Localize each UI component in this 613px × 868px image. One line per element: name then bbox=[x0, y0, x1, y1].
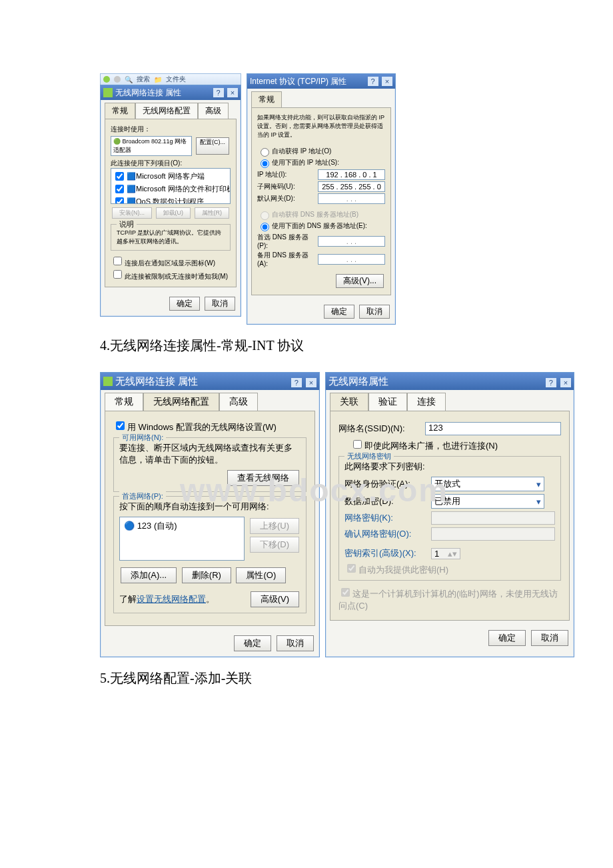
chevron-down-icon: ▾ bbox=[536, 479, 541, 489]
dns1-label: 首选 DNS 服务器(P): bbox=[257, 233, 318, 249]
subnet-mask-label: 子网掩码(U): bbox=[257, 182, 318, 191]
available-networks-title: 可用网络(N): bbox=[119, 433, 166, 443]
ip-address-label: IP 地址(I): bbox=[257, 170, 318, 179]
preferred-item: 123 (自动) bbox=[137, 521, 177, 531]
dns1-input[interactable]: . . . bbox=[318, 236, 385, 247]
close-button[interactable]: × bbox=[382, 77, 392, 86]
items-listbox[interactable]: 🟦Microsoft 网络客户端 🟦Microsoft 网络的文件和打印机共享 … bbox=[111, 168, 231, 204]
key-index-spinner: 1▴▾ bbox=[431, 548, 460, 559]
preferred-networks-title: 首选网络(P): bbox=[119, 491, 166, 501]
network-key-label: 网络密钥(K): bbox=[344, 512, 431, 524]
auto-dns-radio bbox=[261, 211, 269, 220]
subnet-mask-input[interactable]: 255 . 255 . 255 . 0 bbox=[318, 181, 385, 192]
tab-advanced[interactable]: 高级 bbox=[198, 103, 229, 119]
help-button[interactable]: ? bbox=[213, 88, 224, 97]
connect-nonbroadcast-checkbox[interactable] bbox=[353, 440, 362, 449]
forward-icon bbox=[114, 76, 121, 83]
preferred-networks-desc: 按下面的顺序自动连接到一个可用网络: bbox=[119, 501, 301, 513]
list-item-label: Microsoft 网络客户端 bbox=[136, 171, 205, 181]
ip-address-input[interactable]: 192 . 168 . 0 . 1 bbox=[318, 169, 385, 180]
this-uses-label: 此连接使用下列项目(O): bbox=[111, 159, 231, 168]
item-checkbox[interactable] bbox=[115, 197, 124, 204]
move-up-button: 上移(U) bbox=[250, 518, 299, 534]
properties-button[interactable]: 属性(O) bbox=[236, 567, 286, 583]
auth-select[interactable]: 开放式▾ bbox=[431, 477, 544, 491]
auto-ip-radio[interactable] bbox=[261, 148, 269, 157]
tab-wireless-config[interactable]: 无线网络配置 bbox=[143, 393, 219, 411]
ok-button[interactable]: 确定 bbox=[234, 635, 271, 651]
notify-checkbox[interactable] bbox=[113, 270, 122, 279]
show-icon-checkbox[interactable] bbox=[113, 257, 122, 265]
help-button[interactable]: ? bbox=[291, 378, 302, 387]
confirm-key-label: 确认网络密钥(O): bbox=[344, 528, 431, 540]
item-checkbox[interactable] bbox=[115, 185, 124, 193]
title-bar: 无线网络属性 ? × bbox=[326, 373, 574, 390]
tab-association[interactable]: 关联 bbox=[330, 393, 368, 411]
adhoc-checkbox bbox=[341, 588, 350, 597]
title-bar: Internet 协议 (TCP/IP) 属性 ? × bbox=[247, 74, 395, 89]
windows-config-checkbox[interactable] bbox=[116, 421, 125, 430]
move-down-button: 下移(D) bbox=[250, 537, 299, 553]
toolbar-search: 搜索 bbox=[137, 75, 150, 84]
tab-advanced[interactable]: 高级 bbox=[219, 393, 258, 411]
auto-ip-label: 自动获得 IP 地址(O) bbox=[272, 147, 331, 156]
key-required-label: 此网络要求下列密钥: bbox=[344, 461, 555, 473]
wireless-key-title: 无线网络密钥 bbox=[344, 451, 394, 461]
close-button[interactable]: × bbox=[560, 378, 571, 387]
preferred-list[interactable]: 🔵 123 (自动) bbox=[119, 517, 245, 561]
tab-connection[interactable]: 连接 bbox=[407, 393, 446, 411]
auto-provide-key-checkbox bbox=[347, 564, 356, 573]
use-ip-label: 使用下面的 IP 地址(S): bbox=[272, 158, 339, 167]
network-key-input bbox=[431, 511, 555, 525]
encryption-label: 数据加密(D): bbox=[344, 495, 431, 507]
use-dns-radio[interactable] bbox=[261, 223, 269, 231]
ok-button[interactable]: 确定 bbox=[169, 297, 200, 311]
view-wireless-button[interactable]: 查看无线网络 bbox=[227, 470, 299, 486]
close-button[interactable]: × bbox=[227, 88, 238, 97]
ssid-input[interactable]: 123 bbox=[425, 422, 561, 435]
advanced-button[interactable]: 高级(V)... bbox=[336, 274, 384, 288]
advanced-button[interactable]: 高级(V) bbox=[251, 591, 299, 607]
delete-button[interactable]: 删除(R) bbox=[182, 567, 231, 583]
tab-wireless-config[interactable]: 无线网络配置 bbox=[135, 103, 198, 119]
close-button[interactable]: × bbox=[306, 378, 316, 387]
cancel-button[interactable]: 取消 bbox=[277, 635, 314, 651]
window-title: Internet 协议 (TCP/IP) 属性 bbox=[250, 76, 346, 87]
window-icon bbox=[103, 88, 113, 97]
auth-label: 网络身份验证(A): bbox=[344, 478, 431, 490]
configure-button[interactable]: 配置(C)... bbox=[196, 137, 229, 155]
caption-4: 4.无线网络连接属性-常规-INT 协议 bbox=[100, 337, 613, 355]
window-title: 无线网络连接 属性 bbox=[115, 375, 198, 388]
learn-label: 了解 bbox=[119, 594, 137, 604]
key-index-label: 密钥索引(高级)(X): bbox=[344, 547, 431, 559]
add-button[interactable]: 添加(A)... bbox=[121, 567, 177, 583]
toolbar-folders: 文件夹 bbox=[166, 75, 186, 84]
gateway-label: 默认网关(D): bbox=[257, 194, 318, 203]
ssid-label: 网络名(SSID)(N): bbox=[338, 423, 425, 435]
uninstall-button: 卸载(U) bbox=[156, 207, 191, 219]
cancel-button[interactable]: 取消 bbox=[359, 305, 390, 319]
ok-button[interactable]: 确定 bbox=[488, 630, 526, 646]
ok-button[interactable]: 确定 bbox=[324, 305, 354, 319]
tab-general[interactable]: 常规 bbox=[105, 103, 135, 119]
title-bar: 无线网络连接 属性 ? × bbox=[101, 85, 241, 100]
tab-general[interactable]: 常规 bbox=[251, 91, 282, 107]
encryption-select[interactable]: 已禁用▾ bbox=[431, 494, 544, 509]
item-checkbox[interactable] bbox=[115, 172, 124, 181]
dns2-input[interactable]: . . . bbox=[318, 254, 385, 265]
list-item-label: Microsoft 网络的文件和打印机共享 bbox=[136, 184, 231, 194]
cancel-button[interactable]: 取消 bbox=[205, 297, 235, 311]
help-button[interactable]: ? bbox=[368, 77, 378, 86]
cancel-button[interactable]: 取消 bbox=[531, 630, 568, 646]
tab-general[interactable]: 常规 bbox=[105, 393, 143, 411]
use-ip-radio[interactable] bbox=[261, 159, 269, 168]
auto-dns-label: 自动获得 DNS 服务器地址(B) bbox=[272, 210, 358, 219]
caption-5: 5.无线网络配置-添加-关联 bbox=[100, 669, 613, 687]
window-title: 无线网络属性 bbox=[328, 375, 388, 388]
help-button[interactable]: ? bbox=[546, 378, 556, 387]
gateway-input[interactable]: . . . bbox=[318, 193, 385, 204]
tab-authentication[interactable]: 验证 bbox=[368, 393, 407, 411]
connect-using-label: 连接时使用： bbox=[111, 125, 231, 134]
learn-link[interactable]: 设置无线网络配置 bbox=[137, 594, 206, 604]
list-item-label: QoS 数据包计划程序 bbox=[136, 197, 204, 204]
